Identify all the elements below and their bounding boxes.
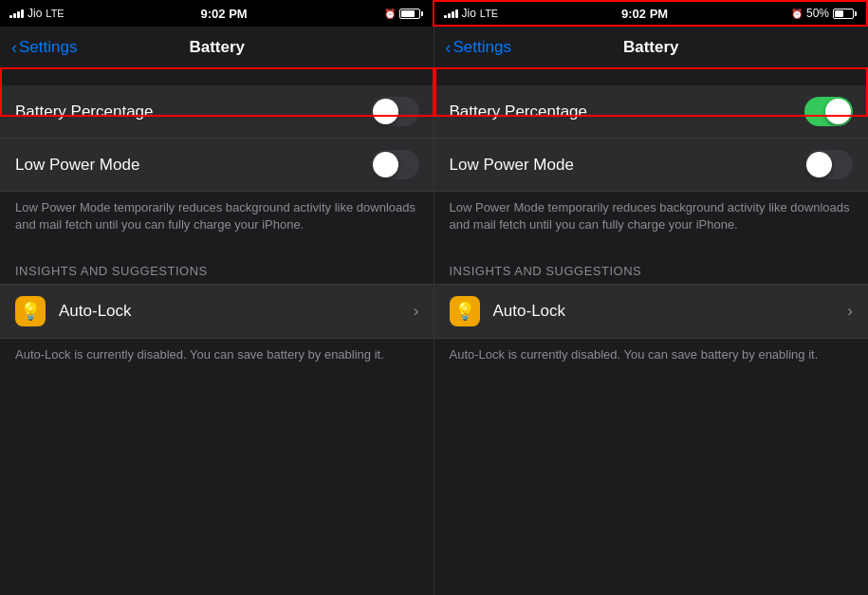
battery-icon-right (833, 9, 857, 19)
left-back-button[interactable]: ‹ Settings (11, 38, 77, 57)
status-bar: Jio LTE 9:02 PM ⏰ Jio LTE 9:02 (0, 0, 868, 27)
right-low-power-label: Low Power Mode (450, 156, 574, 175)
time-right: 9:02 PM (621, 7, 668, 21)
left-panel: ‹ Settings Battery Battery Percentage Lo… (0, 27, 434, 595)
carrier-right: Jio (462, 7, 476, 20)
status-right-icons-right: ⏰ 50% (791, 7, 857, 20)
status-left-info-right: Jio LTE (444, 7, 499, 20)
left-autolock-icon: 💡 (15, 296, 46, 326)
right-low-power-row: Low Power Mode (434, 139, 869, 192)
right-battery-percentage-toggle[interactable] (804, 97, 853, 126)
left-autolock-label: Auto-Lock (59, 302, 400, 321)
left-back-chevron-icon: ‹ (11, 39, 17, 56)
left-low-power-description: Low Power Mode temporarily reduces backg… (0, 192, 434, 245)
alarm-icon-left: ⏰ (384, 9, 396, 19)
right-autolock-description: Auto-Lock is currently disabled. You can… (434, 339, 869, 375)
network-right: LTE (480, 8, 498, 19)
right-nav-bar: ‹ Settings Battery (434, 27, 869, 68)
left-low-power-thumb (373, 152, 398, 177)
left-nav-title: Battery (189, 38, 245, 57)
network-left: LTE (46, 8, 64, 19)
right-top-separator (434, 68, 869, 85)
status-bar-left: Jio LTE 9:02 PM ⏰ (0, 0, 433, 27)
right-battery-percentage-row: Battery Percentage (434, 85, 869, 139)
right-back-chevron-icon: ‹ (446, 39, 452, 56)
right-battery-percentage-thumb (825, 99, 851, 124)
signal-icon-left (9, 9, 24, 18)
carrier-left: Jio (28, 7, 42, 20)
right-low-power-toggle[interactable] (804, 150, 853, 179)
panel-divider (434, 27, 434, 595)
left-bulb-icon: 💡 (20, 301, 41, 322)
right-nav-title: Battery (623, 38, 679, 57)
phones-container: ‹ Settings Battery Battery Percentage Lo… (0, 27, 868, 595)
left-autolock-row[interactable]: 💡 Auto-Lock › (0, 284, 434, 339)
status-bar-right: Jio LTE 9:02 PM ⏰ 50% (433, 0, 869, 27)
right-autolock-icon: 💡 (450, 296, 480, 326)
battery-icon-left (399, 9, 423, 19)
right-low-power-thumb (806, 152, 832, 177)
left-low-power-label: Low Power Mode (15, 156, 139, 175)
left-battery-percentage-label: Battery Percentage (15, 102, 154, 121)
right-battery-percentage-label: Battery Percentage (450, 102, 588, 121)
left-insights-header: INSIGHTS AND SUGGESTIONS (0, 245, 434, 284)
battery-percent-text: 50% (806, 7, 829, 20)
left-nav-bar: ‹ Settings Battery (0, 27, 434, 68)
time-left: 9:02 PM (201, 7, 248, 21)
status-left-info: Jio LTE (9, 7, 65, 20)
right-insights-header: INSIGHTS AND SUGGESTIONS (434, 245, 869, 284)
right-back-label: Settings (453, 38, 511, 57)
signal-icon-right (444, 9, 458, 18)
left-battery-percentage-thumb (373, 99, 398, 124)
left-top-separator (0, 68, 434, 85)
left-low-power-toggle[interactable] (371, 150, 419, 179)
right-bulb-icon: 💡 (454, 301, 475, 322)
right-autolock-label: Auto-Lock (493, 302, 835, 321)
right-autolock-chevron-icon: › (847, 302, 853, 321)
right-autolock-row[interactable]: 💡 Auto-Lock › (434, 284, 869, 339)
left-back-label: Settings (19, 38, 77, 57)
right-panel: ‹ Settings Battery Battery Percentage Lo… (434, 27, 869, 595)
right-low-power-description: Low Power Mode temporarily reduces backg… (434, 192, 869, 245)
left-autolock-chevron-icon: › (414, 302, 419, 321)
left-autolock-description: Auto-Lock is currently disabled. You can… (0, 339, 434, 375)
status-right-icons-left: ⏰ (384, 9, 423, 19)
alarm-icon-right: ⏰ (791, 9, 803, 19)
left-battery-percentage-toggle[interactable] (371, 97, 419, 126)
right-back-button[interactable]: ‹ Settings (446, 38, 511, 57)
left-battery-percentage-row: Battery Percentage (0, 85, 434, 139)
left-low-power-row: Low Power Mode (0, 139, 434, 192)
